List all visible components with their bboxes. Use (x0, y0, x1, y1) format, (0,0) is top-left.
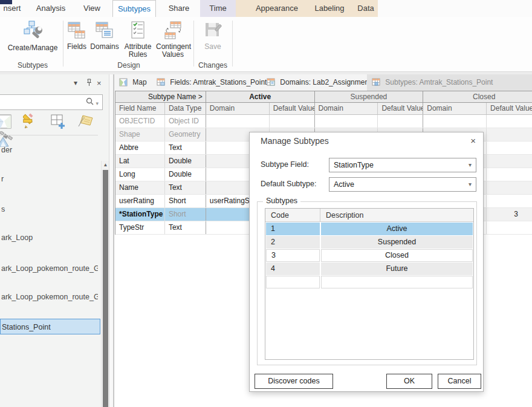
cell-dtype[interactable]: Short (165, 208, 206, 221)
label-tag-icon[interactable] (77, 113, 95, 130)
search-dropdown-icon[interactable]: ▾ (96, 100, 99, 106)
col-header-default-suspended[interactable]: Default Value (378, 103, 423, 114)
dialog-subtype-row[interactable]: 3Closed (266, 249, 473, 262)
code-column-header[interactable]: Code (265, 209, 320, 221)
sidebar-item[interactable]: s (1, 203, 98, 215)
sidebar-item-selected[interactable]: Stations_Point (0, 319, 100, 334)
cell-closed_default[interactable] (487, 221, 532, 234)
group-header-closed[interactable]: Closed (423, 91, 532, 102)
cell-closed_default[interactable] (487, 181, 532, 194)
col-header-domain-suspended[interactable]: Domain (315, 103, 378, 114)
subtype-code-cell[interactable]: 2 (266, 236, 320, 249)
cell-suspended_domain[interactable] (315, 115, 378, 128)
create-manage-button[interactable]: Create/Manage (5, 19, 60, 52)
pane-menu-chevron-icon[interactable]: ▾ (74, 79, 77, 87)
view-tab-map[interactable]: Map (119, 74, 147, 91)
tab-analysis[interactable]: Analysis (31, 0, 70, 17)
cell-dtype[interactable]: Text (165, 221, 206, 234)
sidebar-item[interactable]: der (1, 144, 98, 156)
scroll-up-icon[interactable]: ▲ (102, 161, 109, 169)
discover-codes-button[interactable]: Discover codes (255, 374, 333, 389)
tab-appearance[interactable]: Appearance (251, 0, 303, 17)
save-button[interactable]: Save (198, 19, 227, 51)
col-header-data-type[interactable]: Data Type (165, 103, 206, 114)
cell-closed_default[interactable] (487, 168, 532, 181)
tab-share[interactable]: Share (161, 0, 197, 17)
pane-splitter[interactable] (109, 74, 114, 407)
subtype-description-cell[interactable] (321, 276, 473, 288)
cell-field[interactable]: userRating (115, 195, 165, 207)
cell-dtype[interactable]: Object ID (165, 115, 206, 128)
cell-dtype[interactable]: Short (165, 195, 206, 207)
tab-insert[interactable]: nsert (0, 0, 28, 17)
chevron-down-icon[interactable]: ▾ (469, 178, 472, 191)
ok-button[interactable]: OK (386, 374, 432, 389)
tab-data[interactable]: Data (352, 0, 380, 17)
col-header-domain-active[interactable]: Domain (206, 103, 270, 114)
dialog-subtype-row[interactable]: 2Suspended (266, 236, 473, 249)
description-column-header[interactable]: Description (320, 209, 364, 221)
pane-close-icon[interactable]: × (97, 79, 102, 88)
cell-closed_domain[interactable] (423, 115, 487, 128)
cell-field[interactable]: Shape (115, 128, 165, 141)
search-icon[interactable]: ▾ (86, 97, 99, 107)
search-input[interactable] (2, 96, 74, 108)
subtype-description-cell[interactable]: Future (321, 262, 473, 275)
cell-dtype[interactable]: Text (165, 181, 206, 194)
cell-field[interactable]: TypeStr (115, 221, 165, 234)
cell-closed_default[interactable] (487, 142, 532, 154)
subtype-description-cell[interactable]: Active (321, 223, 473, 235)
default-subtype-combo[interactable]: Active ▾ (329, 177, 476, 192)
dialog-subtype-row[interactable] (266, 276, 473, 288)
view-tab-domains[interactable]: Domains: Lab2_Assignment (267, 74, 371, 91)
col-header-default-active[interactable]: Default Value (270, 103, 315, 114)
scrollbar-thumb[interactable] (103, 170, 108, 407)
domains-button[interactable]: Domains (89, 19, 120, 51)
view-tab-subtypes[interactable]: Subtypes: Amtrak_Stations_Point (367, 74, 532, 91)
cell-field[interactable]: Name (115, 181, 165, 194)
sidebar-scrollbar[interactable]: ▲ (101, 161, 109, 407)
group-header-subtype-name[interactable]: Subtype Name > (115, 91, 206, 102)
cell-field[interactable]: Lat (115, 155, 165, 168)
subtype-description-cell[interactable]: Suspended (321, 236, 473, 249)
col-header-domain-closed[interactable]: Domain (423, 103, 487, 114)
cell-dtype[interactable]: Geometry (165, 128, 206, 141)
cell-closed_default[interactable] (487, 195, 532, 207)
cell-active_domain[interactable] (206, 115, 270, 128)
subtype-code-cell[interactable] (266, 276, 320, 288)
cell-dtype[interactable]: Double (165, 168, 206, 181)
tab-time[interactable]: Time (200, 0, 236, 17)
dialog-subtype-row[interactable]: 4Future (266, 262, 473, 275)
sidebar-item[interactable]: ark_Loop (1, 232, 98, 244)
map-frame-icon[interactable] (0, 113, 13, 130)
sidebar-item[interactable]: ark_Loop_pokemon_route_GPX (1, 262, 98, 275)
cell-field[interactable]: Abbre (115, 142, 165, 154)
cell-active_default[interactable] (270, 115, 315, 128)
dialog-subtype-row[interactable]: 1Active (266, 223, 473, 235)
cell-suspended_default[interactable] (378, 115, 423, 128)
subtype-code-cell[interactable]: 1 (266, 223, 320, 235)
tab-view[interactable]: View (76, 0, 108, 17)
cell-field[interactable]: OBJECTID (115, 115, 165, 128)
cancel-button[interactable]: Cancel (438, 374, 481, 389)
fields-button[interactable]: Fields (65, 19, 88, 51)
pane-pin-icon[interactable] (86, 79, 92, 88)
col-header-default-closed[interactable]: Default Value (487, 103, 532, 114)
group-header-active[interactable]: Active (206, 91, 315, 102)
contingent-values-button[interactable]: Contingent Values (156, 19, 190, 59)
cell-dtype[interactable]: Text (165, 142, 206, 154)
col-header-field-name[interactable]: Field Name (115, 103, 165, 114)
tab-subtypes[interactable]: Subtypes (112, 0, 156, 17)
attribute-rules-button[interactable]: Attribute Rules (122, 19, 154, 59)
cell-closed_default[interactable]: 3 (487, 208, 532, 221)
table-row[interactable]: OBJECTIDObject ID (115, 115, 532, 128)
cell-closed_default[interactable] (487, 155, 532, 168)
sidebar-item[interactable]: r (1, 173, 98, 185)
subtype-code-cell[interactable]: 3 (266, 249, 320, 262)
new-grid-plus-icon[interactable] (49, 113, 67, 131)
cell-field[interactable]: Long (115, 168, 165, 181)
subtype-code-cell[interactable]: 4 (266, 262, 320, 275)
subtype-description-cell[interactable]: Closed (321, 249, 473, 262)
chevron-down-icon[interactable]: ▾ (469, 158, 472, 172)
subtype-field-combo[interactable]: StationType ▾ (329, 158, 476, 172)
